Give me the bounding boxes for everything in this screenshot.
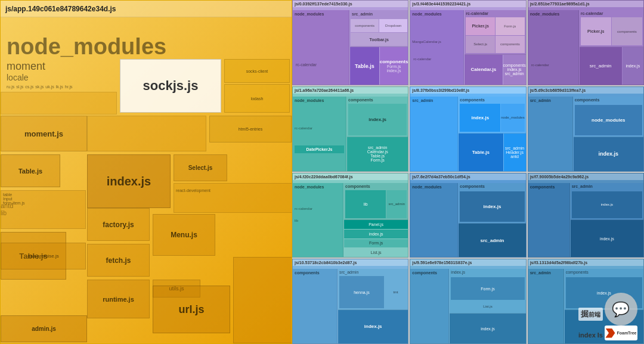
sub-treemap-7: js/4.f20c220ddaa0bd67084f.js node_module… xyxy=(292,173,408,258)
filler-block-r1 xyxy=(87,116,206,151)
sub-treemap-10: js/10.53718c2cb8410b3e2d87.js components… xyxy=(292,259,408,344)
sub-treemap-3-title: js/2.651be77931ae9895a1d1.js xyxy=(528,1,643,7)
filler-block-b1: tableInputform-item.js xyxy=(1,190,86,229)
sub-treemap-3: js/2.651be77931ae9895a1d1.js node_module… xyxy=(528,0,644,85)
sub-treemap-4: js/1.a96a7a720ae264411a66.js node_module… xyxy=(292,86,408,172)
lodash-block: lodash xyxy=(224,84,290,113)
select-js-block: Select.js xyxy=(174,154,227,181)
sub-treemap-5-title: js/8.37fb0bss3l299bd10e8f.js xyxy=(410,87,525,94)
locale-label: locale xyxy=(7,73,29,82)
sub-treemap-9: js/f7.90005b5de4a29c9a962.js components … xyxy=(528,173,644,258)
moment-js-block: moment.js xyxy=(1,116,87,151)
sockjs-block: sockjs.js xyxy=(120,59,221,113)
table-js-left-block: Table.js xyxy=(1,154,60,187)
sub-treemap-12: js/f3.1313d4d5a2f98bdf27b.js src_admin c… xyxy=(528,259,644,344)
url-js-block: url.js xyxy=(153,286,230,333)
socks-client-block: socks-client xyxy=(224,59,290,83)
moment-label: moment xyxy=(7,60,45,73)
sub-treemap-10-title: js/10.53718c2cb8410b3e2d87.js xyxy=(293,259,408,266)
left-panel-title-bar: js/app.149c061e84789642e34d.js xyxy=(1,1,292,17)
sub-treemap-4-title: js/1.a96a7a720ae264411a66.js xyxy=(293,87,408,94)
foamtree-logo-box: FoamTree xyxy=(605,326,637,340)
treemap-container: js/app.149c061e84789642e34d.js node_modu… xyxy=(0,0,644,344)
right-panel: js/0.0392ff137ede7415e330.js node_module… xyxy=(292,0,644,344)
sub-treemap-11-title: js/9.591e6e978e15631S837e.js xyxy=(410,259,525,266)
sub-treemap-7-title: js/4.f20c220ddaa0bd67084f.js xyxy=(293,173,408,180)
admin-js-block: admin.js xyxy=(1,315,87,342)
index-js-large-block: index.js xyxy=(87,154,171,208)
weixin-channel-label: 掘前端 xyxy=(578,308,603,321)
left-panel-title: js/app.149c061e84789642e34d.js xyxy=(5,5,116,13)
sockjs-label: sockjs.js xyxy=(143,78,199,94)
fetch-js-block: fetch.js xyxy=(87,244,150,277)
foamtree-branding xyxy=(567,326,603,340)
sub-treemap-6: js/5.d9c3cb6859d313ffea7.js src_admin co… xyxy=(528,86,644,172)
sub-treemap-9-title: js/f7.90005b5de4a29c9a962.js xyxy=(528,173,643,180)
sub-treemap-8-title: js/7.6e2f7d4a37eb50c1df54.js xyxy=(410,173,525,180)
sub-treemap-6-title: js/5.d9c3cb6859d313ffea7.js xyxy=(528,87,643,94)
runtime-js-block: runtime.js xyxy=(87,280,150,318)
menu-js-block: Menu.js xyxy=(153,214,215,256)
aaa-promise-block: aaa-promise.js xyxy=(1,243,86,269)
weixin-icon: 💬 xyxy=(605,293,637,326)
filler-block-r3 xyxy=(233,257,292,343)
sub-treemap-1: js/0.0392ff137ede7415e330.js node_module… xyxy=(292,0,408,85)
sub-treemap-1-title: js/0.0392ff137ede7415e330.js xyxy=(293,1,408,7)
left-node-modules-area: node_modules moment locale ru.js sl.js c… xyxy=(1,17,292,344)
factory-js-block: factory.js xyxy=(87,208,150,241)
html5-entries-block: html5-entries xyxy=(209,116,292,142)
sub-treemap-2: js/3.f4463e44415392234421.js node_module… xyxy=(410,0,526,85)
sub-treemap-12-title: js/f3.1313d4d5a2f98bdf27b.js xyxy=(528,259,643,266)
sub-treemap-5: js/8.37fb0bss3l299bd10e8f.js src_admin c… xyxy=(410,86,526,172)
misc-block-1 xyxy=(1,92,117,114)
left-panel: js/app.149c061e84789642e34d.js node_modu… xyxy=(0,0,292,344)
sub-treemap-2-title: js/3.f4463e44415392234421.js xyxy=(410,1,525,7)
sub-treemap-11: js/9.591e6e978e15631S837e.js components … xyxy=(410,259,526,344)
filler-block-r2: react-development xyxy=(174,183,292,213)
locale-items: ru.js sl.js cs.js sk.js uk.js lk.js hr.j… xyxy=(7,85,126,92)
sub-treemap-8: js/7.6e2f7d4a37eb50c1df54.js node_module… xyxy=(410,173,526,258)
node-modules-label: node_modules xyxy=(7,34,166,60)
